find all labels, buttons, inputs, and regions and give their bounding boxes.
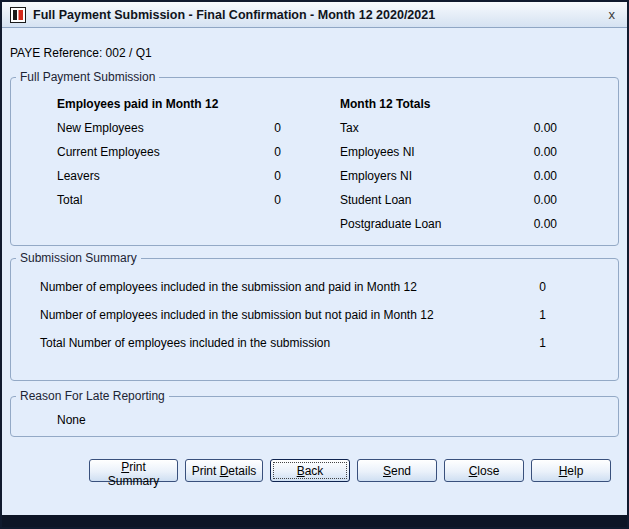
stat-value: 0.00	[534, 116, 557, 140]
employees-paid-column: Employees paid in Month 12 New Employees…	[57, 92, 281, 236]
summary-value: 0	[539, 273, 546, 301]
stat-value: 0	[274, 140, 281, 164]
stat-label: Employees NI	[340, 140, 415, 164]
late-reporting-group: Reason For Late Reporting None	[10, 389, 619, 437]
send-button[interactable]: Send	[357, 459, 437, 482]
employees-paid-header: Employees paid in Month 12	[57, 92, 281, 116]
row-postgraduate-loan: Postgraduate Loan 0.00	[340, 212, 557, 236]
month-totals-header: Month 12 Totals	[340, 92, 557, 116]
late-reporting-value: None	[57, 413, 618, 427]
stat-value: 0	[274, 164, 281, 188]
dialog-content: PAYE Reference: 002 / Q1 Full Payment Su…	[2, 28, 627, 515]
row-employers-ni: Employers NI 0.00	[340, 164, 557, 188]
title-bar[interactable]: Full Payment Submission - Final Confirma…	[2, 2, 627, 28]
help-button[interactable]: Help	[531, 459, 611, 482]
summary-value: 1	[539, 329, 546, 357]
submission-summary-title: Submission Summary	[16, 251, 141, 265]
print-details-button[interactable]: Print Details	[185, 459, 263, 482]
stat-label: Tax	[340, 116, 359, 140]
stat-label: Employers NI	[340, 164, 412, 188]
app-icon	[10, 7, 26, 23]
row-employees-ni: Employees NI 0.00	[340, 140, 557, 164]
summary-label: Number of employees included in the subm…	[40, 273, 417, 301]
summary-value: 1	[539, 301, 546, 329]
paye-reference: PAYE Reference: 002 / Q1	[10, 46, 619, 60]
summary-label: Total Number of employees included in th…	[40, 329, 330, 357]
button-row: Print Summary Print Details Back Send Cl…	[10, 437, 619, 482]
row-total-included: Total Number of employees included in th…	[40, 329, 546, 357]
row-current-employees: Current Employees 0	[57, 140, 281, 164]
fps-group: Full Payment Submission Employees paid i…	[10, 70, 619, 246]
row-tax: Tax 0.00	[340, 116, 557, 140]
late-reporting-title: Reason For Late Reporting	[16, 389, 169, 403]
stat-value: 0.00	[534, 140, 557, 164]
print-summary-button[interactable]: Print Summary	[89, 459, 178, 482]
dialog-window: Full Payment Submission - Final Confirma…	[0, 0, 629, 529]
submission-summary-group: Submission Summary Number of employees i…	[10, 251, 619, 381]
fps-group-title: Full Payment Submission	[16, 70, 159, 84]
row-included-paid: Number of employees included in the subm…	[40, 273, 546, 301]
stat-value: 0	[274, 116, 281, 140]
stat-value: 0.00	[534, 212, 557, 236]
window-frame-bottom	[2, 515, 627, 527]
row-total-employees: Total 0	[57, 188, 281, 212]
stat-label: Postgraduate Loan	[340, 212, 441, 236]
row-included-not-paid: Number of employees included in the subm…	[40, 301, 546, 329]
row-leavers: Leavers 0	[57, 164, 281, 188]
row-new-employees: New Employees 0	[57, 116, 281, 140]
close-button[interactable]: Close	[444, 459, 524, 482]
back-button[interactable]: Back	[270, 459, 350, 482]
stat-label: Student Loan	[340, 188, 411, 212]
stat-value: 0.00	[534, 164, 557, 188]
stat-label: Total	[57, 188, 82, 212]
row-student-loan: Student Loan 0.00	[340, 188, 557, 212]
window-title: Full Payment Submission - Final Confirma…	[33, 8, 598, 22]
stat-label: Leavers	[57, 164, 100, 188]
summary-label: Number of employees included in the subm…	[40, 301, 434, 329]
stat-value: 0.00	[534, 188, 557, 212]
month-totals-column: Month 12 Totals Tax 0.00 Employees NI 0.…	[340, 92, 557, 236]
stat-label: New Employees	[57, 116, 144, 140]
stat-label: Current Employees	[57, 140, 160, 164]
stat-value: 0	[274, 188, 281, 212]
close-icon[interactable]: x	[605, 7, 620, 22]
